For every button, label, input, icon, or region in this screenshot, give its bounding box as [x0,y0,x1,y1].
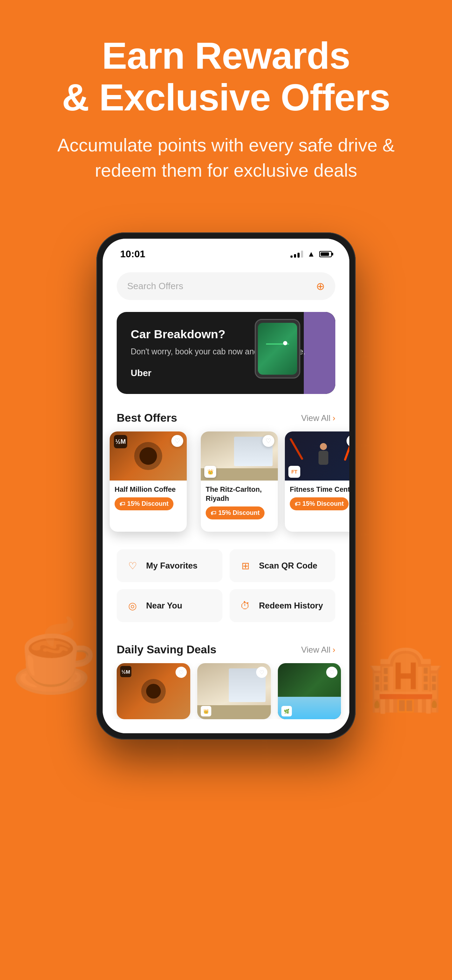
daily-card-image: ½M ♡ [117,663,190,719]
wifi-icon: ▲ [307,250,315,259]
daily-deals-section: Daily Saving Deals View All › ½M [103,633,349,733]
offer-card-image: FT ♡ [285,431,349,480]
phone-mockup: ☕ 🏨 10:01 ▲ [0,232,452,768]
daily-deals-view-all[interactable]: View All › [301,645,335,655]
card-logo: 👑 [201,706,211,716]
app-content: Search Offers ⊕ Car Breakdown? Don't wor… [103,264,349,733]
offer-card-image: ½M ♡ [110,431,187,480]
daily-deals-cards: ½M ♡ [103,663,349,719]
best-offers-title: Best Offers [117,412,177,425]
offer-cards-row: ½M ♡ Half Million Coffee 🏷 [103,431,349,535]
discount-badge: 🏷 15% Discount [206,506,264,519]
phone-screen: 10:01 ▲ [103,239,349,733]
scan-qr-label: Scan QR Code [259,561,317,571]
hero-title: Earn Rewards & Exclusive Offers [28,35,424,118]
chevron-right-icon: › [333,413,335,423]
qr-icon: ⊞ [238,558,253,573]
near-you-label: Near You [146,601,182,611]
status-bar: 10:01 ▲ [103,239,349,264]
card-logo: 👑 [204,466,216,478]
quick-actions-grid: ♡ My Favorites ⊞ Scan QR Code ◎ Near You… [103,539,349,633]
history-icon: ⏱ [238,598,253,613]
offer-card-ritz[interactable]: 👑 ♡ The Ritz-Carlton, Riyadh 🏷 15% Disco… [201,431,278,532]
best-offers-view-all[interactable]: View All › [301,413,335,423]
offer-card-image: 👑 ♡ [201,431,278,480]
daily-deals-header: Daily Saving Deals View All › [103,633,349,663]
daily-card-coffee[interactable]: ½M ♡ [117,663,190,719]
signal-icon [290,251,303,258]
offer-cards-section: ½M ♡ Half Million Coffee 🏷 [103,431,349,535]
favorite-button[interactable]: ♡ [171,435,183,447]
offer-name: Fitness Time Center [290,485,349,494]
my-favorites-button[interactable]: ♡ My Favorites [117,549,223,582]
uber-banner[interactable]: Car Breakdown? Don't worry, book your ca… [117,312,335,394]
card-logo: ½M [114,435,127,448]
offer-name: Half Million Coffee [115,485,182,494]
card-logo: FT [288,466,300,478]
heart-icon: ♡ [125,558,140,573]
scan-qr-button[interactable]: ⊞ Scan QR Code [229,549,335,582]
redeem-history-label: Redeem History [259,601,323,611]
best-offers-header: Best Offers View All › [103,401,349,431]
offer-name: The Ritz-Carlton, Riyadh [206,485,273,503]
search-placeholder-text: Search Offers [127,281,183,292]
daily-deals-title: Daily Saving Deals [117,643,216,656]
status-icons: ▲ [290,250,332,259]
search-bar-section: Search Offers ⊕ [103,264,349,309]
daily-card-image: 🌿 ♡ [278,663,341,719]
offer-card-half-million[interactable]: ½M ♡ Half Million Coffee 🏷 [110,431,187,532]
battery-icon [319,251,332,257]
daily-card-image: 👑 ♡ [197,663,271,719]
card-logo: ½M [120,666,131,677]
daily-card-outdoor[interactable]: 🌿 ♡ [278,663,341,719]
search-input[interactable]: Search Offers ⊕ [117,272,335,300]
hero-subtitle: Accumulate points with every safe drive … [28,132,424,184]
athlete-figure [315,443,332,469]
location-icon: ◎ [125,598,140,613]
daily-card-ritz[interactable]: 👑 ♡ [197,663,271,719]
bg-decor-right: 🏨 [366,641,445,715]
banner-phone-illustration [255,319,300,379]
search-icon: ⊕ [316,280,325,292]
bg-decor-left: ☕ [11,615,98,697]
offer-card-fitness[interactable]: FT ♡ Fitness Time Center 🏷 15% Discount [285,431,349,532]
chevron-right-icon: › [333,645,335,655]
redeem-history-button[interactable]: ⏱ Redeem History [229,589,335,622]
card-logo: 🌿 [282,706,292,716]
banner-section: Car Breakdown? Don't worry, book your ca… [103,309,349,401]
phone-frame: 10:01 ▲ [96,232,356,740]
near-you-button[interactable]: ◎ Near You [117,589,223,622]
status-time: 10:01 [120,248,145,260]
discount-badge: 🏷 15% Discount [115,497,173,510]
my-favorites-label: My Favorites [146,561,197,571]
hero-section: Earn Rewards & Exclusive Offers Accumula… [0,0,452,204]
discount-badge: 🏷 15% Discount [290,497,349,510]
